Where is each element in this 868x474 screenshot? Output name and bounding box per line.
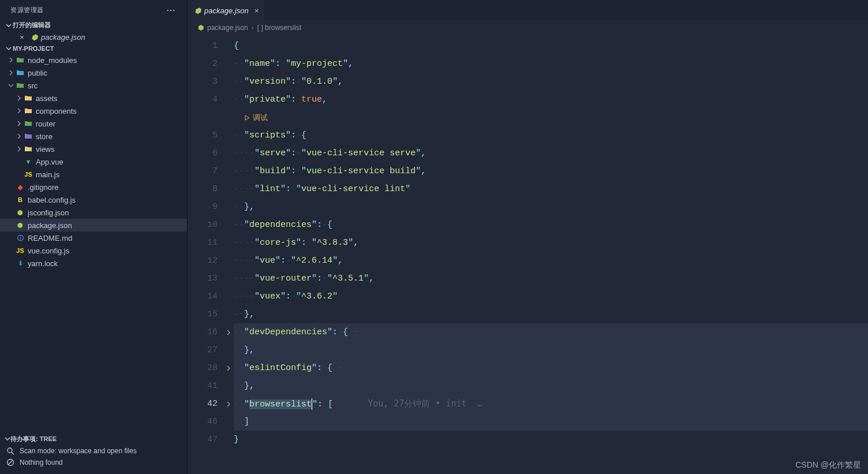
fold-cell (223, 73, 234, 91)
tree-item[interactable]: ⬢jsconfig.json (0, 206, 187, 219)
editor[interactable]: 12345678910111213141516272841424647 {··"… (188, 35, 868, 474)
tree-item[interactable]: JSvue.config.js (0, 244, 187, 257)
code-line[interactable]: ····"vue":·"^2.6.14", (234, 252, 868, 270)
chevron-right-icon[interactable] (7, 70, 15, 76)
file-icon: ▼ (23, 158, 33, 165)
chevron-right-icon[interactable] (7, 57, 15, 63)
code-line[interactable]: ··"version":·"0.1.0", (234, 73, 868, 91)
tree-item[interactable]: JSmain.js (0, 168, 187, 181)
tree-item-label: router (36, 120, 55, 128)
chevron-right-icon[interactable] (15, 108, 23, 114)
file-icon: ⓘ (15, 234, 25, 242)
code-line[interactable]: ····"core-js":·"^3.8.3", (234, 234, 868, 252)
code-line[interactable]: ··] (234, 413, 868, 431)
fold-cell[interactable] (223, 359, 234, 377)
chevron-down-icon[interactable] (7, 83, 15, 88)
code-line[interactable]: ··}, (234, 341, 868, 359)
svg-line-3 (8, 460, 13, 465)
tree-item-label: jsconfig.json (28, 208, 69, 217)
code-line[interactable]: ····"vuex":·"^3.6.2" (234, 288, 868, 305)
tree-item[interactable]: router (0, 117, 187, 130)
fold-cell[interactable] (223, 395, 234, 413)
tree-item-label: components (36, 107, 77, 115)
fold-cell (223, 126, 234, 144)
editor-main: ⬢ package.json × ⬢ package.json › [ ] br… (188, 0, 868, 474)
code-area[interactable]: {··"name":·"my-project",··"version":·"0.… (234, 35, 868, 474)
chevron-right-icon[interactable] (15, 121, 23, 126)
code-line[interactable]: ····"lint":·"vue-cli-service lint" (234, 180, 868, 198)
line-number: 47 (188, 431, 223, 449)
tab-label: package.json (204, 6, 249, 15)
tree-item-label: assets (36, 94, 58, 103)
scan-mode-row[interactable]: Scan mode: workspace and open files (0, 445, 187, 457)
json-icon: ⬢ (194, 6, 201, 15)
code-line[interactable]: ··"browserslist":·[You, 27分钟前 • init … (234, 395, 868, 413)
tree-item[interactable]: ⬢package.json (0, 219, 187, 232)
search-icon (5, 447, 16, 455)
explorer-title: 资源管理器 (10, 6, 44, 14)
json-icon: ⬢ (31, 33, 38, 42)
tree-item-label: .gitignore (28, 183, 58, 192)
code-line[interactable]: 调试 (234, 109, 868, 126)
tree-item[interactable]: ▼App.vue (0, 155, 187, 168)
code-line[interactable]: } (234, 431, 868, 449)
breadcrumb[interactable]: ⬢ package.json › [ ] browserslist (188, 21, 868, 35)
tree-item[interactable]: components (0, 104, 187, 117)
file-icon: ⬢ (15, 209, 25, 217)
tree-item[interactable]: ⬇yarn.lock (0, 257, 187, 270)
code-line[interactable]: { (234, 37, 868, 55)
code-line[interactable]: ··}, (234, 198, 868, 216)
code-line[interactable]: ····"build":·"vue-cli-service build", (234, 162, 868, 180)
tree-item-label: views (36, 145, 55, 154)
code-line[interactable]: ··"scripts":·{ (234, 126, 868, 144)
tree-item[interactable]: src (0, 79, 187, 92)
code-line[interactable]: ··"private":·true, (234, 91, 868, 109)
nothing-found-label: Nothing found (20, 458, 63, 466)
code-line[interactable]: ····"serve":·"vue-cli-service serve", (234, 144, 868, 162)
tree-item[interactable]: public (0, 66, 187, 79)
tree-item[interactable]: store (0, 130, 187, 143)
code-line[interactable]: ····"vue-router":·"^3.5.1", (234, 270, 868, 288)
folder-icon (23, 132, 33, 140)
code-line[interactable]: ··"dependencies":·{ (234, 216, 868, 234)
chevron-right-icon: › (252, 24, 254, 32)
tree-item-label: package.json (28, 221, 72, 230)
explorer-sidebar: 资源管理器 ⋯ 打开的编辑器 × ⬢ package.json MY-PROJE… (0, 0, 188, 474)
tree-item[interactable]: ⓘREADME.md (0, 232, 187, 244)
debug-codelens[interactable]: 调试 (244, 109, 268, 126)
tab-package-json[interactable]: ⬢ package.json × (188, 0, 265, 21)
code-line[interactable]: ··"devDependencies":·{ ⋯ (234, 323, 868, 341)
project-section[interactable]: MY-PROJECT (0, 43, 187, 54)
code-line[interactable]: ··}, (234, 377, 868, 395)
tree-item[interactable]: assets (0, 92, 187, 104)
code-line[interactable]: ··"name":·"my-project", (234, 55, 868, 73)
open-editors-section[interactable]: 打开的编辑器 (0, 19, 187, 31)
chevron-right-icon[interactable] (15, 95, 23, 101)
close-icon[interactable]: × (20, 33, 29, 42)
code-line[interactable]: ··"eslintConfig":·{ ⋯ (234, 359, 868, 377)
fold-column (223, 35, 234, 474)
explorer-more-icon[interactable]: ⋯ (166, 5, 180, 16)
chevron-right-icon[interactable] (15, 133, 23, 139)
tree-item[interactable]: views (0, 143, 187, 155)
chevron-right-icon[interactable] (15, 146, 23, 152)
line-number: 4 (188, 91, 223, 109)
fold-cell (223, 91, 234, 109)
open-editor-item[interactable]: × ⬢ package.json (0, 31, 187, 43)
folder-icon (15, 56, 25, 64)
tree-item[interactable]: Bbabel.config.js (0, 193, 187, 206)
tree-item[interactable]: ◆.gitignore (0, 181, 187, 193)
json-icon: ⬢ (198, 24, 204, 32)
tree-item[interactable]: node_modules (0, 54, 187, 66)
close-icon[interactable]: × (255, 6, 259, 15)
fold-cell (223, 270, 234, 288)
fold-cell[interactable] (223, 323, 234, 341)
code-line[interactable]: ··}, (234, 305, 868, 323)
folder-icon (15, 69, 25, 77)
folder-icon (23, 145, 33, 153)
line-number: 6 (188, 144, 223, 162)
fold-cell (223, 162, 234, 180)
todo-section[interactable]: 待办事项: TREE (0, 433, 187, 445)
line-number: 8 (188, 180, 223, 198)
project-label: MY-PROJECT (13, 45, 54, 52)
